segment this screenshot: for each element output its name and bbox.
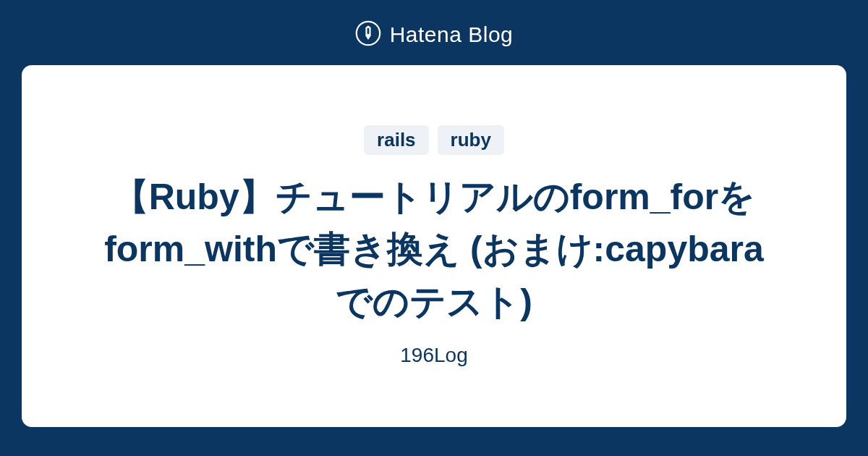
tag-item[interactable]: ruby bbox=[438, 125, 504, 155]
site-header: Hatena Blog bbox=[355, 0, 514, 65]
article-title: 【Ruby】チュートリアルのform_forをform_withで書き換え (お… bbox=[101, 171, 767, 329]
article-card: rails ruby 【Ruby】チュートリアルのform_forをform_w… bbox=[22, 65, 846, 427]
tag-item[interactable]: rails bbox=[364, 125, 429, 155]
svg-rect-1 bbox=[367, 28, 369, 34]
blog-name[interactable]: 196Log bbox=[400, 344, 467, 367]
hatena-logo-icon bbox=[355, 20, 381, 49]
site-brand-text: Hatena Blog bbox=[390, 22, 514, 47]
tag-list: rails ruby bbox=[364, 125, 504, 155]
